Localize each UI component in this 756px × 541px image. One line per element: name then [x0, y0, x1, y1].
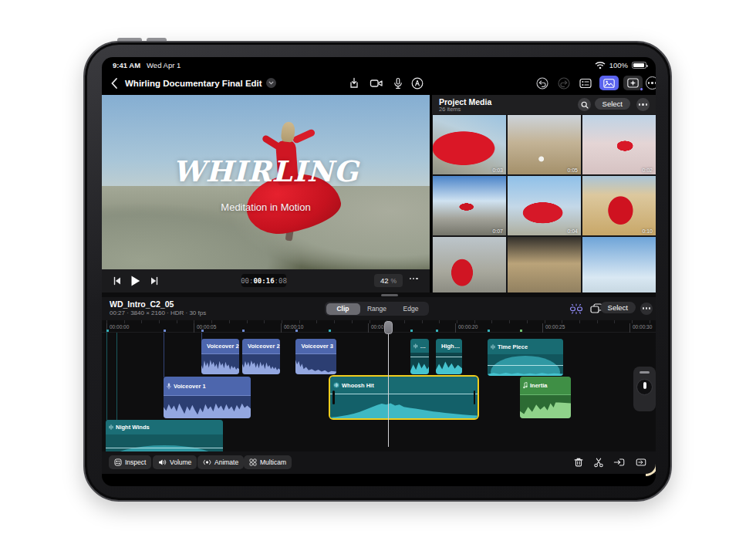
inspector-icon	[114, 458, 122, 466]
corner-scribble-arc	[646, 464, 656, 476]
clip-connection-marker	[295, 330, 298, 332]
back-chevron-icon[interactable]	[108, 76, 122, 90]
screen: 9:41 AM Wed Apr 1 100%	[102, 57, 656, 486]
media-library-button-active[interactable]	[599, 76, 619, 90]
media-thumbnail[interactable]	[433, 237, 506, 292]
wifi-icon	[595, 61, 606, 69]
effects-button[interactable]	[623, 76, 643, 90]
segment-range[interactable]: Range	[360, 303, 394, 315]
insert-clip-icon[interactable]	[613, 456, 626, 468]
skip-to-end-icon[interactable]	[148, 275, 160, 287]
project-title[interactable]: Whirling Documentary Final Edit	[125, 78, 276, 88]
play-button[interactable]	[128, 274, 142, 288]
import-media-icon[interactable]	[347, 76, 361, 90]
jog-wheel[interactable]	[633, 367, 656, 411]
clip-connection-marker	[242, 330, 245, 332]
timeline-clip-high[interactable]: High…	[436, 339, 462, 374]
clock: 9:41 AM	[113, 61, 140, 69]
video-viewer[interactable]: WHIRLING Meditation in Motion	[102, 95, 430, 269]
timeline-more-button[interactable]	[640, 303, 653, 315]
magnetic-timeline-icon[interactable]	[569, 302, 583, 316]
media-more-button[interactable]	[636, 98, 650, 111]
media-panel-header: Project Media 26 items Select	[432, 95, 656, 114]
blade-scissors-icon[interactable]	[592, 456, 605, 468]
media-item-count: 26 items	[439, 106, 461, 113]
timeline-clip-name: WD_Intro_C2_05	[110, 299, 174, 309]
more-button[interactable]	[646, 76, 656, 90]
redo-icon[interactable]	[557, 76, 571, 90]
media-thumbnail[interactable]: 0:03	[433, 115, 506, 174]
volume-button[interactable]: Volume	[153, 455, 197, 469]
timeline[interactable]: 00:00:00 00:00:05 00:00:10 00:00:15 00:0…	[102, 320, 656, 451]
resize-handle[interactable]	[381, 294, 398, 296]
playhead-handle[interactable]	[384, 321, 393, 334]
ellipsis-icon	[640, 303, 653, 315]
timeline-clip-nightwinds[interactable]: Night Winds	[106, 420, 223, 451]
connection-line	[106, 333, 107, 421]
audio-waveform	[520, 398, 571, 418]
camera-icon[interactable]	[370, 76, 383, 90]
timeline-clip-truncated[interactable]: …	[410, 339, 429, 374]
browser-panel-icon[interactable]	[579, 76, 592, 90]
ellipsis-icon	[636, 98, 650, 111]
timecode-display[interactable]: 00:00:16:08	[241, 274, 286, 287]
clip-connection-marker	[488, 330, 490, 332]
segment-clip[interactable]: Clip	[326, 303, 360, 315]
segment-edge[interactable]: Edge	[394, 303, 428, 315]
media-thumbnail[interactable]: 0:07	[433, 176, 506, 235]
skip-to-start-icon[interactable]	[111, 275, 123, 287]
multicam-button[interactable]: Multicam	[244, 455, 292, 469]
zoom-level-display[interactable]: 42%	[374, 274, 403, 287]
media-thumbnail[interactable]: 0:04	[508, 176, 581, 235]
trim-handle-left[interactable]	[332, 391, 335, 404]
transport-more-button[interactable]	[410, 278, 418, 279]
media-select-button[interactable]: Select	[595, 98, 630, 110]
audio-waveform	[410, 359, 429, 374]
jog-handle-bar	[640, 371, 650, 374]
microphone-icon[interactable]	[391, 76, 405, 90]
chevron-down-icon[interactable]	[266, 78, 276, 88]
timeline-clip-timepiece[interactable]: Time Piece	[488, 339, 563, 376]
bass-waveform-dome	[110, 445, 218, 451]
notification-dot	[640, 87, 643, 91]
ipad-device-frame: 9:41 AM Wed Apr 1 100%	[83, 41, 672, 502]
audio-waveform	[295, 356, 336, 374]
playhead-line[interactable]	[388, 322, 389, 447]
clip-connection-marker	[201, 330, 204, 332]
jog-pointer	[643, 382, 646, 389]
trim-handle-right[interactable]	[474, 391, 476, 404]
timeline-select-button[interactable]: Select	[600, 302, 636, 313]
viewer-title-text: WHIRLING	[102, 154, 430, 188]
trash-icon[interactable]	[572, 456, 585, 468]
inspect-button[interactable]: Inspect	[109, 455, 151, 469]
timeline-clip-voiceover1[interactable]: Voiceover 1	[164, 377, 251, 418]
undo-icon[interactable]	[535, 76, 549, 90]
connection-line	[164, 333, 164, 377]
timeline-clip-voiceover2[interactable]: Voiceover 2	[201, 339, 239, 374]
music-note-icon	[523, 382, 528, 389]
viewer-frame-image: WHIRLING Meditation in Motion	[102, 95, 430, 269]
battery-icon	[632, 62, 646, 69]
media-thumbnail[interactable]	[508, 237, 581, 292]
animate-button[interactable]: Animate	[197, 455, 244, 469]
search-button[interactable]	[578, 98, 591, 111]
bottom-toolbar: Inspect Volume Animate	[102, 451, 656, 474]
timeline-clip-voiceover2[interactable]: Voiceover 2	[242, 339, 280, 374]
mic-icon	[167, 383, 171, 390]
timeline-clip-inertia[interactable]: Inertia	[520, 377, 571, 418]
clip-connection-marker	[106, 330, 109, 332]
pencil-tool-icon[interactable]	[410, 76, 424, 90]
battery-percent: 100%	[609, 61, 628, 69]
timeline-clip-whoosh-hit-selected[interactable]: Whoosh Hit	[329, 375, 479, 420]
waveform-icon	[491, 344, 495, 350]
clip-connection-marker	[520, 330, 522, 332]
timeline-clip-voiceover3[interactable]: Voiceover 3	[295, 339, 336, 374]
media-thumbnail[interactable]: 0:05	[508, 115, 581, 174]
waveform-icon	[109, 424, 113, 430]
media-thumbnail[interactable]: 0:02	[582, 115, 656, 174]
date: Wed Apr 1	[147, 61, 181, 69]
media-thumbnail[interactable]: 0:10	[582, 176, 656, 235]
timeline-ruler[interactable]: 00:00:00 00:00:05 00:00:10 00:00:15 00:0…	[102, 320, 656, 333]
media-thumbnail[interactable]	[582, 237, 656, 292]
multicam-grid-icon	[249, 458, 257, 466]
